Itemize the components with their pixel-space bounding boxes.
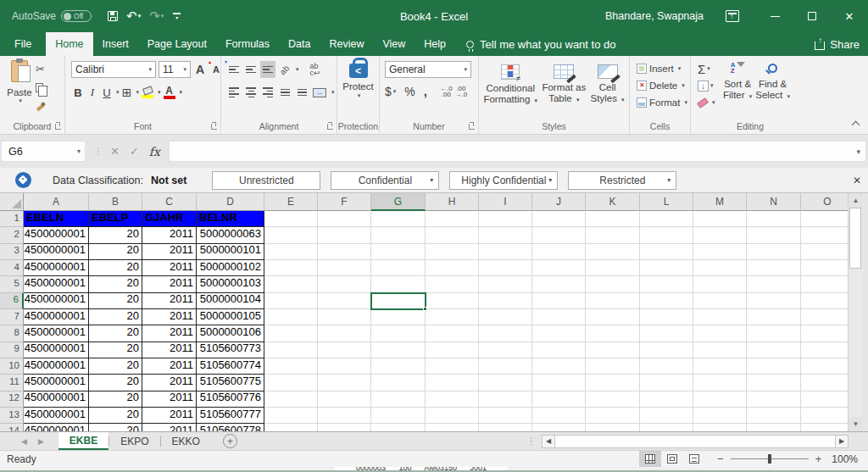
select-all-corner[interactable] [0,193,24,211]
cell-J7[interactable] [532,309,586,325]
cell-C5[interactable]: 2011 [142,276,197,292]
col-header-F[interactable]: F [318,193,371,211]
zoom-percent[interactable]: 100% [832,453,858,465]
cell-J8[interactable] [532,325,586,342]
row-header-9[interactable]: 9 [0,342,24,358]
cell-E9[interactable] [264,342,318,358]
cell-A11[interactable]: 4500000001 [24,375,89,391]
cell-J14[interactable] [532,424,586,431]
cell-O13[interactable] [801,408,848,424]
cell-L4[interactable] [640,260,693,276]
cell-B14[interactable]: 20 [89,424,142,431]
ribbon-tab-page-layout[interactable]: Page Layout [138,32,216,56]
cell-I10[interactable] [479,358,532,375]
row-header-3[interactable]: 3 [0,244,24,260]
page-break-view-button[interactable] [683,451,705,468]
cell-M2[interactable] [693,227,747,243]
cell-K4[interactable] [586,260,640,276]
cell-G12[interactable] [371,391,426,408]
vertical-scrollbar[interactable]: ▲ ▼ [848,193,862,431]
cell-C9[interactable]: 2011 [142,342,197,358]
cell-G9[interactable] [371,342,426,358]
cell-I9[interactable] [479,342,532,358]
cell-D7[interactable]: 5000000105 [197,309,264,325]
cell-D1[interactable]: BELNR [197,211,264,227]
cell-O12[interactable] [801,391,848,408]
cell-N14[interactable] [747,424,801,431]
align-left-button[interactable] [226,84,242,101]
cell-G11[interactable] [371,375,426,391]
cell-J1[interactable] [532,211,586,227]
col-header-J[interactable]: J [532,193,586,211]
cell-O4[interactable] [801,260,848,276]
cell-D4[interactable]: 5000000102 [197,260,264,276]
cell-A7[interactable]: 4500000001 [24,309,89,325]
cell-E6[interactable] [264,293,318,309]
close-button[interactable]: ✕ [831,0,868,32]
cell-L12[interactable] [640,391,693,408]
classification-confidential-button[interactable]: Confidential▾ [331,171,439,190]
cell-C3[interactable]: 2011 [142,244,197,260]
cell-N11[interactable] [747,375,801,391]
undo-button[interactable]: ↶▾ [124,8,143,24]
vertical-scroll-thumb[interactable] [849,208,861,269]
col-header-N[interactable]: N [747,193,801,211]
font-dialog-launcher[interactable] [211,124,217,130]
zoom-out-button[interactable]: − [717,453,724,465]
row-header-11[interactable]: 11 [0,375,24,391]
cell-J4[interactable] [532,260,586,276]
cell-M7[interactable] [693,309,747,325]
cell-N8[interactable] [747,325,801,342]
classification-unrestricted-button[interactable]: Unrestricted [212,171,320,190]
cell-F2[interactable] [318,227,371,243]
paste-button[interactable]: Paste ▾ [4,60,35,118]
cell-A5[interactable]: 4500000001 [24,276,89,292]
bold-button[interactable]: B [71,84,85,101]
cell-O10[interactable] [801,358,848,375]
autosum-button[interactable]: Σ▾ [698,61,715,76]
cell-C12[interactable]: 2011 [142,391,197,408]
cell-B2[interactable]: 20 [89,227,142,243]
cell-B3[interactable]: 20 [89,244,142,260]
ribbon-tab-view[interactable]: View [373,32,415,56]
name-box[interactable]: G6▾ [1,141,86,162]
cell-K6[interactable] [586,293,640,309]
cell-E2[interactable] [264,227,318,243]
protect-button[interactable]: < Protect ▾ [337,56,379,99]
cell-O8[interactable] [801,325,848,342]
cell-N5[interactable] [747,276,801,292]
row-header-6[interactable]: 6 [0,293,24,309]
cell-K9[interactable] [586,342,640,358]
cell-B5[interactable]: 20 [89,276,142,292]
font-color-dropdown[interactable]: ▾ [180,89,183,96]
cell-C1[interactable]: GJAHR [142,211,197,227]
cell-D11[interactable]: 5105600775 [197,375,264,391]
cell-D12[interactable]: 5105600776 [197,391,264,408]
cell-G8[interactable] [371,325,426,342]
cell-K3[interactable] [586,244,640,260]
cell-A3[interactable]: 4500000001 [24,244,89,260]
cell-B1[interactable]: EBELP [89,211,142,227]
ribbon-tab-review[interactable]: Review [320,32,373,56]
cell-N7[interactable] [747,309,801,325]
cell-E11[interactable] [264,375,318,391]
cell-E3[interactable] [264,244,318,260]
cell-G10[interactable] [371,358,426,375]
cell-H1[interactable] [426,211,479,227]
underline-dropdown[interactable]: ▾ [116,89,120,96]
cell-B13[interactable]: 20 [89,408,142,424]
cell-K5[interactable] [586,276,640,292]
cell-H4[interactable] [426,260,479,276]
cut-button[interactable]: ✂ [36,61,48,76]
cell-C10[interactable]: 2011 [142,358,197,375]
cell-D6[interactable]: 5000000104 [197,293,264,309]
scroll-left-icon[interactable]: ◀ [542,435,555,448]
insert-function-button[interactable]: fx [149,145,160,158]
number-dialog-launcher[interactable] [469,124,475,130]
cell-I3[interactable] [479,244,532,260]
cell-I2[interactable] [479,227,532,243]
cell-K13[interactable] [586,408,640,424]
cell-K10[interactable] [586,358,640,375]
cell-M12[interactable] [693,391,747,408]
cell-H8[interactable] [426,325,479,342]
